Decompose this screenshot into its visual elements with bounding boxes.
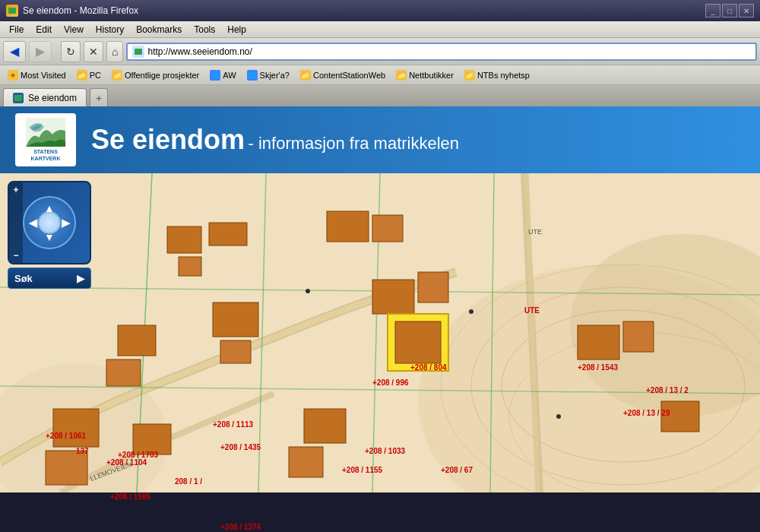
logo-container: STATENS KARTVERK: [15, 113, 76, 166]
svg-rect-24: [372, 280, 414, 314]
map-controls: + − ▲ ▼ ◀ ▶ Søk ▶: [8, 181, 91, 289]
star-icon: ★: [8, 70, 18, 81]
website-content: STATENS KARTVERK Se eiendom - informasjo…: [0, 106, 760, 532]
pan-right-arrow: ▶: [62, 217, 70, 229]
bookmark-pc[interactable]: 📁 PC: [74, 68, 104, 82]
svg-rect-16: [209, 223, 247, 245]
bookmark-skjera[interactable]: 🌐 Skjer'a?: [244, 68, 293, 82]
nav-bar: ◀ ▶ ↻ ✕ ⌂ http://www.seeiendom.no/: [0, 38, 760, 65]
bookmark-label: Most Visited: [21, 71, 66, 80]
menu-view[interactable]: View: [58, 23, 90, 36]
zoom-plus[interactable]: +: [13, 185, 18, 195]
search-arrow-icon: ▶: [77, 273, 84, 284]
reload-button[interactable]: ↻: [61, 41, 81, 62]
forward-button[interactable]: ▶: [29, 41, 52, 62]
svg-rect-19: [372, 215, 403, 242]
menu-history[interactable]: History: [90, 23, 130, 36]
site-title: Se eiendom: [91, 124, 245, 155]
new-tab-button[interactable]: +: [90, 88, 108, 106]
bookmark-most-visited[interactable]: ★ Most Visited: [5, 68, 69, 82]
svg-rect-32: [46, 451, 87, 485]
tab-se-eiendom[interactable]: Se eiendom: [3, 88, 87, 106]
address-bar[interactable]: http://www.seeiendom.no/: [126, 43, 757, 61]
svg-rect-21: [220, 340, 251, 363]
svg-rect-25: [418, 272, 448, 302]
window-controls: _ □ ✕: [705, 4, 754, 17]
nav-widget[interactable]: + − ▲ ▼ ◀ ▶: [8, 181, 91, 264]
browser-icon: [6, 5, 18, 17]
logo-graphic: [23, 118, 68, 147]
bookmark-nettbutikker[interactable]: 📁 Nettbutikker: [393, 68, 457, 82]
svg-rect-35: [289, 447, 323, 477]
maximize-button[interactable]: □: [722, 4, 737, 17]
svg-point-38: [556, 414, 561, 419]
close-button[interactable]: ✕: [739, 4, 754, 17]
svg-rect-22: [118, 325, 156, 356]
folder-icon: 📁: [112, 70, 122, 81]
globe-icon: 🌐: [210, 70, 220, 81]
site-title-group: Se eiendom - informasjon fra matrikkelen: [91, 124, 459, 156]
map-svg: LLEMOVEIEN UTE: [0, 173, 760, 492]
bookmarks-bar: ★ Most Visited 📁 PC 📁 Offentlige prosjek…: [0, 65, 760, 85]
menu-file[interactable]: File: [3, 23, 30, 36]
pan-left-arrow: ◀: [29, 217, 37, 229]
bookmark-ntbs[interactable]: 📁 NTBs nyhetsp: [461, 68, 533, 82]
site-subtitle: - informasjon fra matrikkelen: [249, 134, 460, 153]
folder-icon: 📁: [300, 70, 311, 81]
svg-rect-31: [53, 409, 99, 447]
tab-bar: Se eiendom +: [0, 85, 760, 106]
menu-bar: File Edit View History Bookmarks Tools H…: [0, 21, 760, 38]
menu-tools[interactable]: Tools: [188, 23, 221, 36]
bookmark-label: NTBs nyhetsp: [477, 71, 530, 80]
bookmark-label: ContentStationWeb: [313, 71, 385, 80]
folder-icon: 📁: [77, 70, 87, 81]
zoom-minus[interactable]: −: [13, 251, 18, 260]
bookmark-contentstation[interactable]: 📁 ContentStationWeb: [297, 68, 388, 82]
svg-text:UTE: UTE: [528, 228, 542, 236]
zoom-indicator: + −: [9, 182, 23, 263]
site-header: STATENS KARTVERK Se eiendom - informasjo…: [0, 106, 760, 173]
svg-rect-29: [623, 321, 654, 352]
tab-favicon: [13, 93, 24, 103]
logo-text: STATENS KARTVERK: [20, 149, 71, 162]
globe-icon: 🌐: [247, 70, 258, 81]
bookmark-aw[interactable]: 🌐 AW: [207, 68, 239, 82]
svg-rect-34: [304, 409, 346, 443]
stop-button[interactable]: ✕: [84, 41, 103, 62]
home-button[interactable]: ⌂: [106, 41, 123, 62]
svg-rect-27: [395, 321, 441, 363]
svg-rect-33: [133, 424, 171, 454]
svg-rect-17: [179, 257, 201, 276]
site-icon: [132, 46, 144, 58]
bookmark-label: PC: [90, 71, 101, 80]
bookmark-offentlige[interactable]: 📁 Offentlige prosjekter: [109, 68, 202, 82]
pan-down-arrow: ▼: [44, 231, 55, 243]
minimize-button[interactable]: _: [705, 4, 720, 17]
menu-bookmarks[interactable]: Bookmarks: [130, 23, 188, 36]
url-text: http://www.seeiendom.no/: [147, 46, 252, 57]
nav-circle[interactable]: ▲ ▼ ◀ ▶: [23, 196, 76, 249]
svg-rect-18: [327, 211, 369, 242]
svg-rect-15: [167, 226, 201, 253]
svg-rect-30: [661, 401, 699, 432]
svg-point-37: [469, 309, 473, 314]
search-button[interactable]: Søk ▶: [8, 268, 91, 289]
bookmark-label: Offentlige prosjekter: [125, 71, 199, 80]
title-bar: Se eiendom - Mozilla Firefox _ □ ✕: [0, 0, 760, 21]
bookmark-label: Skjer'a?: [260, 71, 290, 80]
folder-icon: 📁: [464, 70, 475, 81]
menu-edit[interactable]: Edit: [30, 23, 58, 36]
folder-icon: 📁: [396, 70, 407, 81]
back-button[interactable]: ◀: [3, 41, 26, 62]
map-label-1595: +208 / 1595: [110, 492, 150, 501]
bookmark-label: AW: [223, 71, 236, 80]
tab-label: Se eiendom: [28, 93, 77, 103]
search-label: Søk: [14, 273, 33, 284]
svg-rect-20: [213, 302, 258, 337]
svg-rect-23: [106, 359, 141, 386]
map-area[interactable]: LLEMOVEIEN UTE + − ▲ ▼ ◀ ▶ Søk ▶: [0, 173, 760, 532]
window-title: Se eiendom - Mozilla Firefox: [23, 5, 138, 16]
menu-help[interactable]: Help: [221, 23, 252, 36]
bookmark-label: Nettbutikker: [409, 71, 454, 80]
map-label-1374: +208 / 1374: [220, 523, 261, 531]
